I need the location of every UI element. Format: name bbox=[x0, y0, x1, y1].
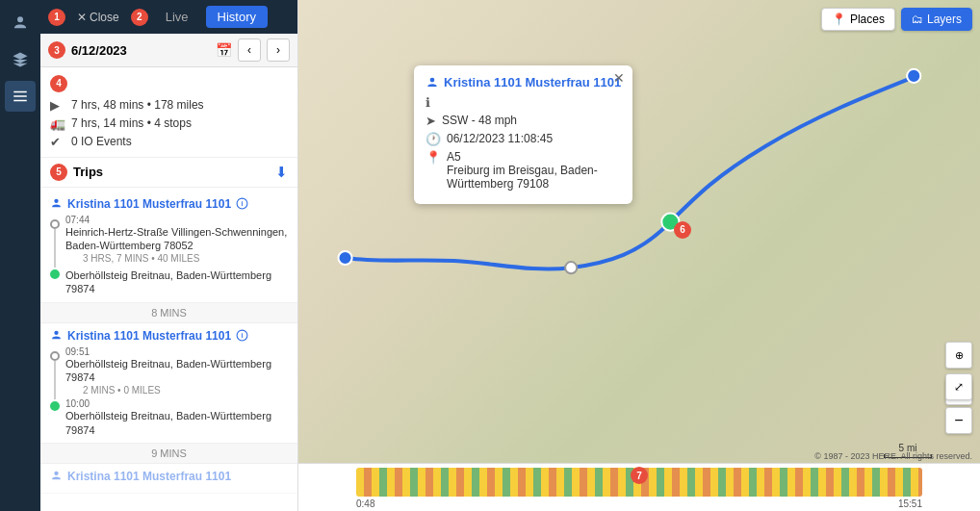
trip-user-name-1: Kristina 1101 Musterfrau 1101 bbox=[67, 197, 231, 211]
stats-section: 4 ▶ 7 hrs, 48 mins • 178 miles 🚛 7 hrs, … bbox=[40, 67, 297, 158]
annotation-badge-6: 6 bbox=[674, 221, 691, 239]
info-icon-1: i bbox=[236, 197, 248, 210]
svg-text:i: i bbox=[242, 332, 244, 339]
trips-title: Trips bbox=[73, 165, 275, 179]
svg-rect-1 bbox=[13, 91, 27, 93]
map-expand-button-container: ⤢ bbox=[945, 373, 972, 400]
trips-list: Kristina 1101 Musterfrau 1101 i 07:44 He… bbox=[40, 188, 297, 512]
layers-icon: 🗂 bbox=[912, 13, 923, 26]
map-popup: Kristina 1101 Musterfrau 1101 ℹ ➤ SSW - … bbox=[414, 65, 632, 204]
trip-to-2: Oberhöllsteig Breitnau, Baden-Württember… bbox=[65, 409, 288, 437]
popup-user-icon bbox=[426, 76, 439, 89]
annotation-badge-1: 1 bbox=[48, 9, 65, 26]
popup-direction-row: ➤ SSW - 48 mph bbox=[426, 114, 621, 128]
timeline-bar: 0:48 15:51 7 bbox=[298, 463, 980, 511]
stop-start-dot-1 bbox=[50, 219, 60, 229]
trip-user-1[interactable]: Kristina 1101 Musterfrau 1101 i bbox=[50, 197, 288, 211]
play-icon: ▶ bbox=[50, 98, 65, 113]
panel-header: 1 ✕ Close 2 Live History bbox=[40, 0, 297, 34]
popup-location-row: 📍 A5 Freiburg im Breisgau, Baden- Württe… bbox=[426, 150, 621, 191]
popup-direction: SSW - 48 mph bbox=[442, 114, 517, 127]
date-bar: 3 6/12/2023 📅 ‹ › bbox=[40, 34, 297, 67]
trip-user-name-3: Kristina 1101 Musterfrau 1101 bbox=[67, 470, 231, 483]
expand-button[interactable]: ⤢ bbox=[945, 373, 972, 400]
truck-icon: 🚛 bbox=[50, 116, 65, 131]
trip-user-2[interactable]: Kristina 1101 Musterfrau 1101 i bbox=[50, 329, 288, 343]
stop-line-1 bbox=[54, 229, 56, 268]
timeline-end-time: 15:51 bbox=[898, 498, 922, 509]
annotation-badge-7: 7 bbox=[631, 467, 648, 484]
trip-time-1: 07:44 bbox=[65, 215, 288, 225]
popup-clock-icon: 🕐 bbox=[426, 132, 441, 146]
stat-row-events: ✔ 0 IO Events bbox=[50, 133, 288, 151]
popup-info-icon-row: ℹ bbox=[426, 95, 621, 110]
info-icon-2: i bbox=[236, 329, 248, 342]
user-icon-3 bbox=[50, 470, 63, 482]
tab-live-button[interactable]: Live bbox=[154, 6, 200, 28]
trip-to-1: Oberhöllsteig Breitnau, Baden-Württember… bbox=[65, 268, 288, 296]
stop-end-dot-2 bbox=[50, 401, 60, 411]
close-icon: ✕ bbox=[77, 11, 87, 24]
trip-user-name-2: Kristina 1101 Musterfrau 1101 bbox=[67, 329, 231, 343]
close-button[interactable]: ✕ Close bbox=[71, 9, 125, 26]
sidebar-icon-layers[interactable] bbox=[5, 44, 36, 75]
date-display: 6/12/2023 bbox=[71, 43, 210, 58]
annotation-badge-3: 3 bbox=[48, 41, 65, 59]
stop-line-2 bbox=[54, 361, 56, 399]
panel: 1 ✕ Close 2 Live History 3 6/12/2023 📅 ‹… bbox=[40, 0, 298, 511]
sidebar-icon-person[interactable] bbox=[5, 8, 36, 38]
svg-rect-2 bbox=[13, 95, 27, 97]
user-icon-2 bbox=[50, 329, 63, 342]
prev-date-button[interactable]: ‹ bbox=[238, 38, 261, 62]
popup-address: Freiburg im Breisgau, Baden- Württemberg… bbox=[447, 164, 598, 191]
gap-2: 9 MINS bbox=[40, 444, 297, 464]
compass-button[interactable]: ⊕ bbox=[945, 342, 972, 369]
svg-point-0 bbox=[17, 16, 23, 22]
svg-point-4 bbox=[54, 199, 58, 203]
places-icon: 📍 bbox=[832, 13, 846, 26]
svg-text:i: i bbox=[242, 200, 244, 207]
check-icon: ✔ bbox=[50, 135, 65, 149]
gap-1: 8 MINS bbox=[40, 303, 297, 323]
sidebar-icon-list[interactable] bbox=[5, 81, 36, 112]
annotation-badge-5: 5 bbox=[50, 164, 67, 181]
sidebar bbox=[0, 0, 40, 511]
trip-duration-2: 2 MINS • 0 MILES bbox=[83, 384, 288, 396]
trip-from-2: Oberhöllsteig Breitnau, Baden-Württember… bbox=[65, 357, 288, 385]
annotation-6-container: 6 bbox=[674, 219, 691, 239]
stop-end-dot-1 bbox=[50, 269, 60, 279]
trip-time-2: 09:51 bbox=[65, 346, 288, 357]
map-background bbox=[298, 0, 980, 511]
trip-time-end-2: 10:00 bbox=[65, 398, 288, 409]
trip-item-3: Kristina 1101 Musterfrau 1101 bbox=[40, 464, 297, 494]
layers-button[interactable]: 🗂 Layers bbox=[901, 8, 972, 31]
map-compass-container: ⊕ bbox=[945, 342, 972, 369]
svg-point-15 bbox=[430, 77, 435, 82]
popup-title: Kristina 1101 Musterfrau 1101 bbox=[426, 75, 621, 89]
trip-from-1: Heinrich-Hertz-Straße Villingen-Schwenni… bbox=[65, 225, 288, 253]
stop-start-dot-2 bbox=[50, 351, 60, 361]
svg-rect-3 bbox=[13, 100, 27, 102]
popup-close-button[interactable]: ✕ bbox=[613, 70, 625, 86]
download-icon[interactable]: ⬇ bbox=[275, 164, 288, 181]
zoom-out-button[interactable]: − bbox=[945, 407, 972, 434]
annotation-badge-2: 2 bbox=[131, 9, 148, 26]
popup-info-icon: ℹ bbox=[426, 95, 430, 110]
popup-location-icon: 📍 bbox=[426, 150, 441, 165]
trips-header: 5 Trips ⬇ bbox=[40, 158, 297, 188]
places-button[interactable]: 📍 Places bbox=[821, 8, 895, 31]
annotation-7-container: 7 bbox=[631, 466, 648, 485]
map-copyright: © 1987 - 2023 HERE. All rights reserved. bbox=[814, 451, 972, 461]
next-date-button[interactable]: › bbox=[267, 38, 290, 62]
trip-item-1: Kristina 1101 Musterfrau 1101 i 07:44 He… bbox=[40, 192, 297, 303]
tab-history-button[interactable]: History bbox=[206, 6, 268, 28]
timeline-times: 0:48 15:51 bbox=[298, 497, 980, 511]
stat-row-distance: ▶ 7 hrs, 48 mins • 178 miles bbox=[50, 96, 288, 115]
map-controls-top-right: 📍 Places 🗂 Layers bbox=[821, 8, 972, 31]
stat-row-stops: 🚛 7 hrs, 14 mins • 4 stops bbox=[50, 115, 288, 133]
popup-datetime: 06/12/2023 11:08:45 bbox=[447, 132, 553, 145]
calendar-icon[interactable]: 📅 bbox=[216, 42, 232, 58]
user-icon-1 bbox=[50, 197, 63, 210]
map-area: 📍 Places 🗂 Layers Kristina 1101 Musterfr… bbox=[298, 0, 980, 511]
trip-user-3[interactable]: Kristina 1101 Musterfrau 1101 bbox=[50, 470, 288, 483]
